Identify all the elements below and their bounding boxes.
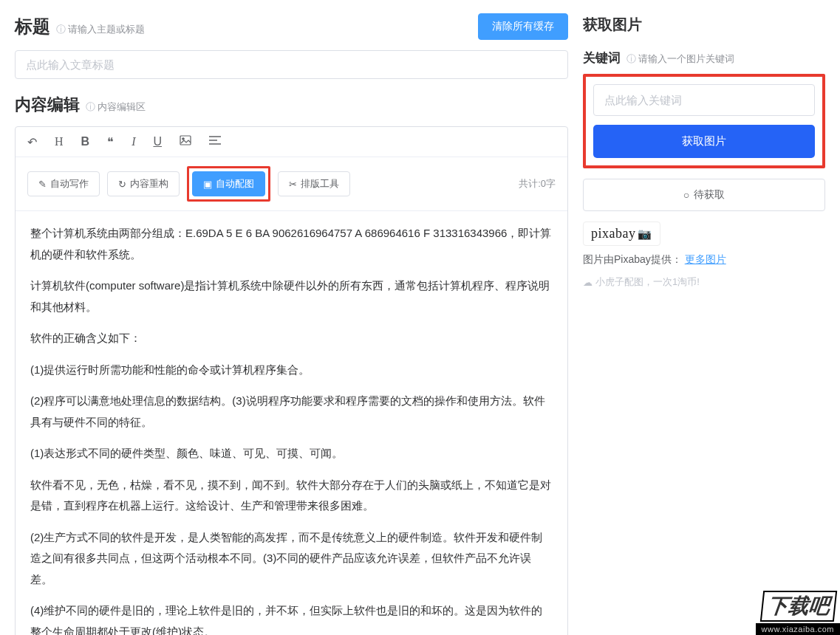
watermark: 下载吧 www.xiazaiba.com — [729, 582, 840, 635]
title-section-label: 标题 — [15, 15, 50, 38]
content-paragraph: (2)生产方式不同的软件是开发，是人类智能的高发挥，而不是传统意义上的硬件制造。… — [30, 527, 553, 591]
auto-write-button[interactable]: ✎ 自动写作 — [27, 171, 100, 196]
content-paragraph: 软件的正确含义如下： — [30, 328, 553, 349]
image-icon[interactable] — [180, 134, 191, 149]
content-paragraph: (1)提供运行时所需功能和性能的命令或计算机程序集合。 — [30, 360, 553, 381]
more-images-link[interactable]: 更多图片 — [685, 253, 726, 265]
article-title-input[interactable] — [15, 50, 568, 79]
svg-point-1 — [182, 138, 184, 140]
align-icon[interactable] — [209, 135, 221, 148]
undo-icon[interactable]: ↶ — [27, 135, 37, 149]
editor-container: ↶ H B ❝ I U ✎ 自动写作 — [15, 126, 568, 635]
auto-image-button[interactable]: ▣ 自动配图 — [192, 171, 265, 196]
content-paragraph: (1)表达形式不同的硬件类型、颜色、味道、可见、可摸、可闻。 — [30, 443, 553, 464]
heading-icon[interactable]: H — [55, 135, 64, 148]
cloud-icon: ☁ — [583, 277, 593, 288]
info-icon: ⓘ — [56, 23, 66, 36]
keyword-label: 关键词 — [583, 49, 621, 66]
content-paragraph: 整个计算机系统由两部分组成：E.69DA 5 E 6 BA 9062616964… — [30, 223, 553, 265]
image-sidebar: 获取图片 关键词 ⓘ 请输入一个图片关键词 获取图片 ○ 待获取 pixabay… — [583, 0, 840, 635]
clear-cache-button[interactable]: 清除所有缓存 — [478, 13, 568, 40]
formatting-toolbar: ↶ H B ❝ I U — [16, 127, 567, 157]
title-header-row: 标题 ⓘ 请输入主题或标题 清除所有缓存 — [15, 13, 568, 40]
content-paragraph: 软件看不见，无色，枯燥，看不见，摸不到，闻不到。软件大部分存在于人们的头脑或纸上… — [30, 475, 553, 517]
content-section-hint: ⓘ 内容编辑区 — [86, 100, 146, 114]
underline-icon[interactable]: U — [153, 135, 162, 148]
layout-tool-button[interactable]: ✂ 排版工具 — [278, 171, 350, 196]
content-paragraph: 计算机软件(computer software)是指计算机系统中除硬件以外的所有… — [30, 275, 553, 318]
info-icon: ⓘ — [626, 52, 636, 66]
quote-icon[interactable]: ❝ — [107, 135, 114, 149]
pixabay-logo: pixabay📷 — [583, 222, 660, 246]
svg-rect-0 — [180, 136, 191, 145]
action-toolbar: ✎ 自动写作 ↻ 内容重构 ▣ 自动配图 ✂ — [16, 157, 567, 211]
keyword-highlight-box: 获取图片 — [583, 74, 825, 168]
content-section-header: 内容编辑 ⓘ 内容编辑区 — [15, 94, 568, 116]
content-paragraph: (2)程序可以满意地处理信息的数据结构。(3)说明程序功能要求和程序需要的文档的… — [30, 391, 553, 433]
title-hint: ⓘ 请输入主题或标题 — [56, 23, 145, 36]
sidebar-title: 获取图片 — [583, 15, 825, 35]
keyword-input[interactable] — [593, 84, 815, 116]
sidebar-footer-hint: ☁ 小虎子配图，一次1淘币! — [583, 275, 825, 289]
watermark-url: www.xiazaiba.com — [756, 623, 840, 635]
pending-button[interactable]: ○ 待获取 — [583, 179, 825, 211]
italic-icon[interactable]: I — [132, 135, 135, 148]
word-count: 共计:0字 — [519, 177, 556, 190]
circle-icon: ○ — [683, 189, 689, 201]
auto-image-highlight: ▣ 自动配图 — [187, 166, 270, 202]
fetch-image-button[interactable]: 获取图片 — [593, 125, 815, 158]
watermark-logo: 下载吧 — [760, 591, 837, 622]
camera-icon: 📷 — [638, 228, 652, 240]
info-icon: ⓘ — [86, 100, 95, 114]
content-paragraph: (4)维护不同的硬件是旧的，理论上软件是旧的，并不坏，但实际上软件也是旧的和坏的… — [30, 600, 553, 635]
restructure-button[interactable]: ↻ 内容重构 — [107, 171, 180, 196]
keyword-hint: ⓘ 请输入一个图片关键词 — [626, 52, 734, 66]
bold-icon[interactable]: B — [81, 135, 90, 148]
content-section-label: 内容编辑 — [15, 94, 80, 116]
picture-icon: ▣ — [203, 179, 212, 190]
main-editor-panel: 标题 ⓘ 请输入主题或标题 清除所有缓存 内容编辑 ⓘ 内容编辑区 ↶ H B … — [0, 0, 583, 635]
refresh-icon: ↻ — [118, 179, 126, 190]
tool-icon: ✂ — [289, 179, 297, 190]
image-credit: 图片由Pixabay提供： 更多图片 — [583, 253, 825, 267]
editor-content-area[interactable]: 整个计算机系统由两部分组成：E.69DA 5 E 6 BA 9062616964… — [16, 211, 567, 635]
pencil-icon: ✎ — [38, 179, 47, 190]
